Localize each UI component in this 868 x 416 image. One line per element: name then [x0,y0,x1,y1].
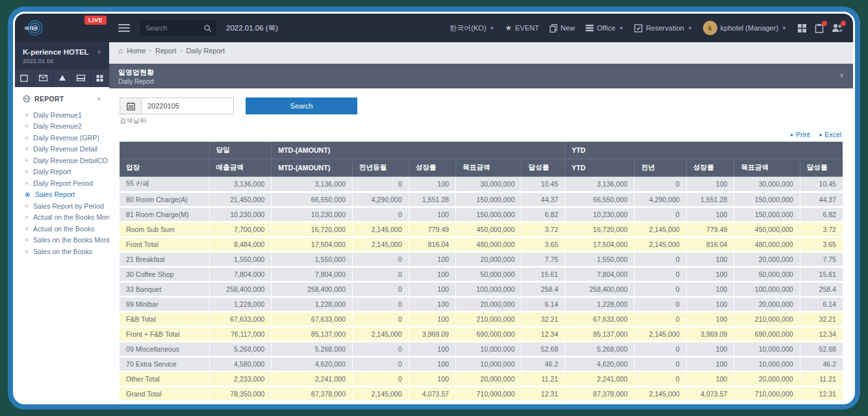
reservation-menu[interactable]: Reservation▼ [634,24,693,32]
breadcrumb-item[interactable]: Home [127,47,146,55]
office-menu[interactable]: Office▼ [585,24,624,32]
new-menu[interactable]: New [550,24,575,32]
value-cell: 0 [352,297,409,312]
user-menu[interactable]: k kphotel (Manager)▼ [703,21,787,35]
sidebar-item-sales-report[interactable]: Sales Report [15,189,109,201]
apps-shortcut[interactable] [91,69,109,87]
sidebar-item-label: Daily Report [33,168,71,176]
value-cell: 52.68 [800,342,843,357]
sidebar-item-actual-on-the-books-monthly[interactable]: Actual on the Books Monthly [15,212,109,224]
column-header: 달성률 [800,159,843,177]
notifications-button[interactable] [815,23,824,33]
value-cell: 46.2 [800,357,843,372]
value-cell: 46.2 [522,357,565,372]
search-button[interactable]: Search [246,98,357,114]
value-cell: 85,137,000 [272,327,353,342]
collapse-chevron-icon[interactable]: ∨ [839,72,844,79]
sidebar-item-sales-on-the-books-monthly[interactable]: Sales on the Books Monthly [15,235,109,246]
value-cell: 16,720,000 [565,222,635,237]
sidebar-item-actual-on-the-books[interactable]: Actual on the Books [15,223,109,235]
value-cell: 67,633,000 [209,312,272,327]
column-header-row: 업장매출금액MTD-(AMOUNT)전년동월성장률목표금액달성률YTD전년성장률… [120,159,843,177]
sidebar-item-daily-report-period[interactable]: Daily Report Period [15,177,109,189]
value-cell: 32.21 [522,312,565,327]
card-shortcut[interactable] [72,69,91,87]
value-cell: 0 [352,177,409,192]
sidebar-hotel-header[interactable]: K-perience HOTEL ∨ 2022.01.06 [15,42,109,69]
print-link[interactable]: ●Print [790,131,810,138]
notification-dot [822,21,827,26]
main-area: ⌂ Home›Report›Daily Report 일영업현황 Daily R… [109,42,853,402]
sidebar-item-sales-on-the-books[interactable]: Sales on the Books [15,246,109,257]
outlet-name-cell: 55 카페 [120,177,209,192]
excel-link[interactable]: ●Excel [819,131,841,138]
copy-icon [550,24,557,32]
sidebar-item-daily-revenue2[interactable]: Daily Revenue2 [15,121,109,133]
table-row: Grand Total78,350,00087,378,0002,145,000… [120,387,843,402]
apps-grid-button[interactable] [797,23,807,33]
sidebar-item-daily-revenue-grp-[interactable]: Daily Revenue (GRP) [15,132,109,144]
inter-logo-icon: INTER [24,18,44,38]
event-menu[interactable]: ★EVENT [505,23,539,32]
bullet-icon [25,250,28,253]
value-cell: 6.82 [800,207,843,222]
breadcrumb-separator: › [180,47,182,54]
breadcrumb-item[interactable]: Daily Report [186,47,224,55]
breadcrumb-item[interactable]: Report [155,47,176,55]
value-cell: 20,000,000 [734,372,800,387]
value-cell: 1,550,000 [209,252,272,267]
value-cell: 87,378,000 [272,387,353,402]
value-cell: 2,241,000 [272,372,353,387]
value-cell: 8,484,000 [209,237,272,252]
value-cell: 0 [352,372,409,387]
table-row: 21 Breakfast1,550,0001,550,000010020,000… [120,252,843,267]
bullet-icon [25,170,28,173]
sidebar-item-label: Actual on the Books Monthly [33,213,109,221]
value-cell: 1,550,000 [565,252,635,267]
sidebar-item-daily-report[interactable]: Daily Report [15,166,109,178]
hamburger-menu-icon[interactable] [118,24,130,32]
value-cell: 450,000,000 [456,222,522,237]
sidebar-item-sales-report-by-period[interactable]: Sales Report by Period [15,200,109,212]
value-cell: 100 [409,297,455,312]
mail-shortcut[interactable] [34,69,53,87]
datepicker-button[interactable] [120,98,142,114]
sidebar-menu-panel: REPORT ∨ Daily Revenue1Daily Revenue2Dai… [15,87,109,402]
value-cell: 7,804,000 [565,267,635,282]
value-cell: 258,400,000 [565,282,635,297]
value-cell: 100 [687,252,734,267]
users-button[interactable] [832,23,843,32]
value-cell: 2,241,000 [565,372,635,387]
value-cell: 100 [409,372,455,387]
value-cell: 2,145,000 [352,222,409,237]
report-date-input[interactable] [142,98,234,114]
outlet-name-cell: Front + F&B Total [120,327,209,342]
bullet-icon [25,216,28,218]
value-cell: 258.4 [800,282,843,297]
language-menu[interactable]: 한국어(KO)▼ [450,23,494,33]
sidebar-section-report[interactable]: REPORT ∨ [15,95,109,109]
sidebar-item-daily-revenue-detail[interactable]: Daily Revenue Detail [15,144,109,155]
office-icon [585,24,594,32]
value-cell: 6.14 [800,297,843,312]
value-cell: 100 [687,297,734,312]
value-cell: 32.21 [800,312,843,327]
value-cell: 0 [634,267,686,282]
calendar-shortcut[interactable] [15,69,34,87]
value-cell: 85,137,000 [565,327,635,342]
table-row: Room Sub Sum7,700,00016,720,0002,145,000… [120,222,843,237]
sidebar-item-daily-revenue-detailco[interactable]: Daily Revenue DetailCO [15,155,109,166]
date-field-label: 검색날짜 [120,116,234,125]
home-icon[interactable]: ⌂ [118,46,123,55]
sidebar-item-label: Sales on the Books [33,248,92,255]
search-input[interactable] [146,24,203,32]
search-icon[interactable] [203,24,212,32]
export-actions: ●Print ●Excel [121,131,841,138]
value-cell: 44.37 [522,192,565,207]
sidebar-item-label: Actual on the Books [33,225,94,233]
value-cell: 67,633,000 [272,312,353,327]
value-cell: 1,228,000 [565,297,635,312]
bell-shortcut[interactable] [53,69,71,87]
sidebar-item-daily-revenue1[interactable]: Daily Revenue1 [15,109,109,121]
value-cell: 4,073.57 [409,387,455,402]
